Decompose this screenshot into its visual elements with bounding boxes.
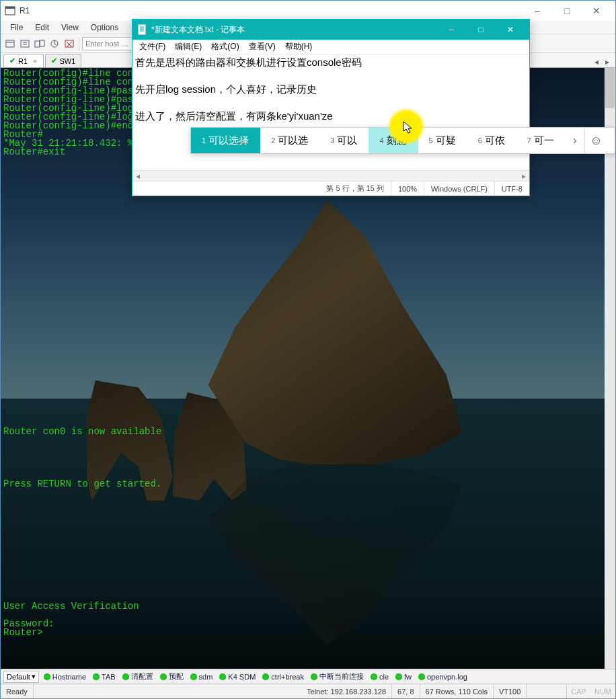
macro-dot-icon: [160, 673, 167, 680]
tab-label: R1: [18, 57, 28, 65]
dropdown-label: Default: [7, 673, 30, 681]
scroll-right-icon[interactable]: ▸: [518, 171, 529, 181]
scroll-left-icon[interactable]: ◂: [132, 171, 143, 181]
macro-label: 清配置: [131, 671, 153, 682]
tabs-next-icon[interactable]: ▸: [602, 56, 613, 67]
ime-candidate-text: 可依: [485, 134, 505, 147]
notepad-line: 首先是思科的路由器和交换机进行设置console密码: [135, 56, 527, 69]
status-cap: CAP: [567, 688, 590, 696]
ime-candidate-number: 5: [429, 136, 433, 145]
ime-candidate-text: 可以选: [278, 134, 308, 147]
tab-close-icon[interactable]: ×: [33, 57, 37, 65]
main-titlebar[interactable]: R1 – □ ✕: [1, 1, 615, 21]
maximize-button[interactable]: □: [552, 1, 582, 20]
toolbar-icon-2[interactable]: [18, 37, 32, 50]
macro-button[interactable]: openvpn.log: [416, 671, 469, 682]
status-cursor: 67, 8: [392, 684, 420, 698]
ime-candidate[interactable]: 1可以选择: [191, 128, 260, 153]
macro-label: ctrl+break: [271, 673, 304, 681]
np-menu-edit[interactable]: 编辑(E): [171, 40, 206, 54]
chevron-down-icon: ▾: [32, 672, 36, 681]
notepad-title: *新建文本文档.txt - 记事本: [151, 24, 436, 36]
macro-label: openvpn.log: [427, 673, 467, 681]
toolbar-icon-1[interactable]: [3, 37, 17, 50]
svg-rect-4: [35, 41, 40, 47]
macro-button[interactable]: TAB: [91, 671, 118, 682]
ime-candidate[interactable]: 2可以选: [260, 128, 319, 153]
macro-button[interactable]: cle: [369, 671, 391, 682]
notepad-hscrollbar[interactable]: ◂ ▸: [132, 170, 529, 181]
toolbar-icon-3[interactable]: [33, 37, 46, 50]
np-menu-view[interactable]: 查看(V): [245, 40, 280, 54]
scrollbar-thumb[interactable]: [605, 68, 615, 108]
status-term: VT100: [494, 684, 527, 698]
check-icon: ✔: [9, 56, 15, 65]
notepad-window[interactable]: *新建文本文档.txt - 记事本 – □ ✕ 文件(F) 编辑(E) 格式(O…: [132, 19, 530, 196]
toolbar-icon-4[interactable]: [48, 37, 61, 50]
ime-emoji-button[interactable]: ☺: [584, 128, 607, 153]
np-menu-format[interactable]: 格式(O): [207, 40, 243, 54]
toolbar-icon-5[interactable]: [63, 37, 76, 50]
notepad-minimize-button[interactable]: –: [436, 20, 466, 39]
notepad-maximize-button[interactable]: □: [466, 20, 496, 39]
ime-candidate-bar[interactable]: 1可以选择2可以选3可以4刻意5可疑6可依7可一›☺: [190, 127, 615, 154]
macro-button[interactable]: K4 SDM: [217, 671, 258, 682]
macro-group-dropdown[interactable]: Default ▾: [3, 671, 39, 683]
close-button[interactable]: ✕: [582, 1, 611, 20]
ime-candidate-text: 可以: [337, 134, 357, 147]
ime-candidate-number: 1: [202, 136, 206, 145]
toolbar-separator: [79, 37, 79, 50]
terminal-scrollbar[interactable]: [605, 68, 615, 669]
ime-candidate[interactable]: 6可依: [467, 128, 516, 153]
macro-button[interactable]: ctrl+break: [260, 671, 306, 682]
menu-options[interactable]: Options: [85, 22, 124, 34]
macro-dot-icon: [395, 673, 402, 680]
np-status-eol: Windows (CRLF): [424, 181, 494, 196]
svg-rect-2: [6, 40, 14, 47]
ime-candidate[interactable]: 3可以: [319, 128, 369, 153]
notepad-icon: [137, 24, 147, 35]
ime-next-icon[interactable]: ›: [566, 128, 584, 153]
macro-button[interactable]: Hostname: [42, 671, 88, 682]
macro-dot-icon: [93, 673, 100, 680]
macro-dot-icon: [190, 673, 197, 680]
macro-dot-icon: [371, 673, 377, 680]
svg-rect-7: [65, 40, 73, 47]
macro-button[interactable]: sdm: [188, 671, 215, 682]
notepad-menubar: 文件(F) 编辑(E) 格式(O) 查看(V) 帮助(H): [132, 40, 529, 54]
notepad-close-button[interactable]: ✕: [496, 20, 525, 39]
macro-button[interactable]: 清配置: [120, 671, 155, 682]
session-tab-sw1[interactable]: ✔ SW1: [45, 54, 82, 67]
macro-label: 中断当前连接: [319, 671, 364, 682]
macro-label: Hostname: [52, 673, 86, 681]
macro-button[interactable]: 预配: [158, 671, 186, 682]
np-menu-help[interactable]: 帮助(H): [281, 40, 317, 54]
tabs-prev-icon[interactable]: ◂: [591, 56, 602, 67]
macro-bar: Default ▾ HostnameTAB清配置预配sdmK4 SDMctrl+…: [1, 669, 615, 684]
notepad-titlebar[interactable]: *新建文本文档.txt - 记事本 – □ ✕: [132, 19, 529, 40]
ime-candidate[interactable]: 5可疑: [418, 128, 467, 153]
ime-candidate[interactable]: 4刻意: [369, 128, 418, 153]
macro-label: 预配: [169, 671, 184, 682]
ime-candidate-text: 可一: [534, 134, 554, 147]
macro-label: sdm: [199, 673, 213, 681]
notepad-statusbar: 第 5 行，第 15 列 100% Windows (CRLF) UTF-8: [132, 181, 529, 196]
np-menu-file[interactable]: 文件(F): [135, 40, 169, 54]
svg-rect-1: [5, 7, 15, 9]
macro-button[interactable]: 中断当前连接: [309, 671, 366, 682]
macro-button[interactable]: fw: [393, 671, 414, 682]
session-tab-r1[interactable]: ✔ R1 ×: [3, 54, 44, 67]
menu-view[interactable]: View: [56, 22, 84, 34]
macro-dot-icon: [44, 673, 50, 680]
ime-candidate-number: 4: [379, 136, 383, 145]
minimize-button[interactable]: –: [523, 1, 552, 20]
ime-candidate[interactable]: 7可一: [516, 128, 566, 153]
menu-edit[interactable]: Edit: [30, 22, 54, 34]
np-status-enc: UTF-8: [494, 181, 529, 196]
macro-label: K4 SDM: [228, 673, 256, 681]
macro-dot-icon: [262, 673, 269, 680]
menu-file[interactable]: File: [5, 22, 28, 34]
notepad-line: 进入了，然后清空配置，有两条ke'yi'xuan'ze: [135, 110, 527, 123]
app-icon: [5, 5, 15, 16]
ime-candidate-text: 刻意: [387, 134, 407, 147]
